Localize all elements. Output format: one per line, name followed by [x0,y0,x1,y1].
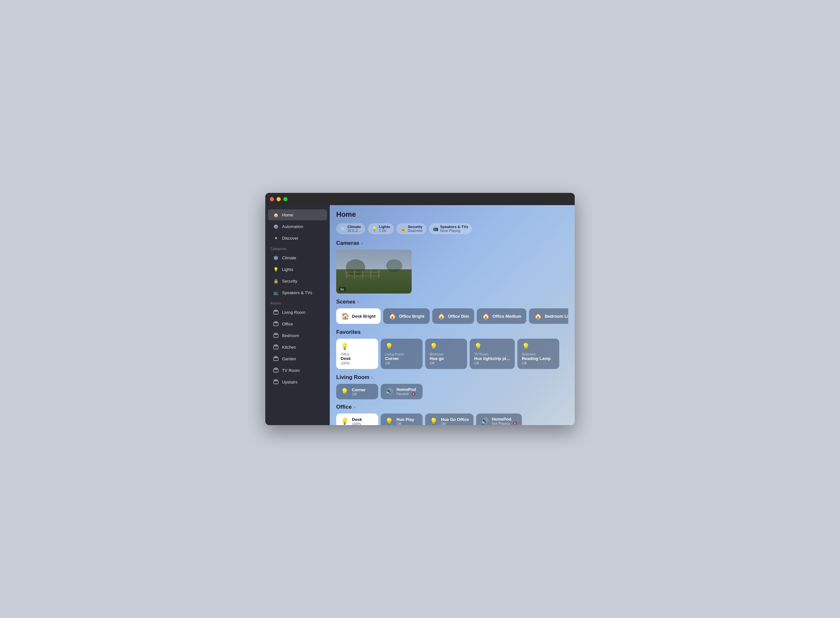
fav-living-corner-status: Off [385,361,418,365]
upstairs-icon [273,379,279,385]
sidebar-item-kitchen[interactable]: Kitchen [268,342,327,352]
living-room-arrow[interactable]: › [371,375,373,380]
climate-pill-title: Climate [347,225,361,229]
scene-desk-bright-label: Desk Bright [352,314,376,319]
status-pills: ❄️ Climate 16.0–2… 💡 Lights 1 On 🔒 [336,223,568,234]
climate-pill[interactable]: ❄️ Climate 16.0–2… [336,223,365,234]
sidebar-label-bedroom: Bedroom [282,333,299,338]
living-room-header: Living Room › [336,374,568,380]
lights-pill-sub: 1 On [379,229,390,233]
home-icon: 🏠 [273,212,279,218]
sidebar-item-garden[interactable]: Garden [268,353,327,364]
office-devices: 💡 Desk 100% 💡 Hue Play Off [336,413,568,425]
fav-bedroom-lamp[interactable]: 💡 Bedroom Reading Lamp Off [517,339,559,369]
sidebar-item-office[interactable]: Office [268,318,327,329]
cameras-title: Cameras [336,240,359,247]
scene-desk-bright[interactable]: 🏠 Desk Bright [336,308,381,324]
living-room-icon [273,309,279,315]
security-pill[interactable]: 🔒 Security Disarmed [397,223,426,234]
rooms-label: Rooms [265,299,330,306]
sidebar-item-bedroom[interactable]: Bedroom [268,330,327,341]
living-room-title: Living Room [336,374,369,380]
scene-office-medium[interactable]: 🏠 Office Medium [477,308,527,324]
favorites-section: Favorites 💡 Office Desk 100% 💡 Living Ro… [336,329,568,369]
security-pill-text: Security Disarmed [408,225,422,233]
speakers-pill-text: Speakers & TVs None Playing [440,225,468,233]
office-hue-go[interactable]: 💡 Hue Go Office Off [425,413,474,425]
fav-bedroom-hue-icon: 💡 [430,343,462,350]
main-content: Home ❄️ Climate 16.0–2… 💡 Lights 1 On [330,205,575,425]
scene-office-dim-label: Office Dim [448,314,469,319]
fav-tvroom-strip[interactable]: 💡 TV Room Hue lightstrip pl… Off [470,339,515,369]
office-hue-go-info: Hue Go Office Off [441,417,469,425]
sidebar-item-automation[interactable]: ⚙️ Automation [268,221,327,232]
speakers-pill[interactable]: 📺 Speakers & TVs None Playing [429,223,472,234]
cameras-arrow[interactable]: › [361,241,363,246]
office-desk-status: 100% [352,422,362,425]
office-hue-play-icon: 💡 [385,417,393,425]
fav-office-desk-room: Office [341,352,373,356]
fav-tvroom-strip-name: Hue lightstrip pl… [474,356,510,361]
office-hue-play[interactable]: 💡 Hue Play Off [381,413,422,425]
office-header: Office › [336,404,568,410]
svg-rect-13 [275,380,277,381]
office-hue-go-name: Hue Go Office [441,417,469,422]
minimize-button[interactable] [277,197,281,201]
scenes-arrow[interactable]: › [357,299,359,305]
office-homepod-info: HomePod Not Playing · 🔇 [492,417,517,425]
lr-homepod-icon: 🔊 [385,388,393,395]
sidebar-label-living-room: Living Room [282,310,305,315]
cameras-section: Cameras › [336,240,568,294]
maximize-button[interactable] [283,197,287,201]
sidebar-label-climate: Climate [282,256,296,260]
scene-office-dim[interactable]: 🏠 Office Dim [432,308,474,324]
sidebar-item-climate[interactable]: ❄️ Climate [268,252,327,263]
fav-living-corner-icon: 💡 [385,343,418,350]
office-homepod-name: HomePod [492,417,517,422]
lr-corner-status: Off [352,392,366,396]
camera-feed[interactable]: 6s [336,250,412,294]
sidebar-item-speakers[interactable]: 📺 Speakers & TVs [268,287,327,298]
living-room-section: Living Room › 💡 Corner Off 🔊 Hom [336,374,568,399]
sidebar-item-tv-room[interactable]: TV Room [268,365,327,376]
svg-point-15 [386,259,402,272]
close-button[interactable] [270,197,274,201]
security-pill-icon: 🔒 [400,226,406,231]
scene-bedroom-light[interactable]: 🏠 Bedroom Light [529,308,568,324]
fav-living-corner[interactable]: 💡 Living Room Corner Off [381,339,422,369]
window-content: 🏠 Home ⚙️ Automation ✦ Discover Categori… [265,205,575,425]
fav-tvroom-strip-icon: 💡 [474,343,510,350]
office-homepod[interactable]: 🔊 HomePod Not Playing · 🔇 [476,413,522,425]
scenes-title: Scenes [336,299,356,305]
sidebar-item-upstairs[interactable]: Upstairs [268,376,327,388]
sidebar: 🏠 Home ⚙️ Automation ✦ Discover Categori… [265,205,330,425]
sidebar-item-lights[interactable]: 💡 Lights [268,264,327,275]
sidebar-label-office: Office [282,322,293,327]
sidebar-item-living-room[interactable]: Living Room [268,307,327,318]
fav-bedroom-hue-name: Hue go [430,356,462,361]
office-hue-play-name: Hue Play [397,417,414,422]
fav-living-corner-room: Living Room [385,352,418,356]
page-title: Home [336,210,568,219]
climate-icon: ❄️ [273,255,279,261]
lr-homepod[interactable]: 🔊 HomePod Paused · 🔇 [381,384,422,399]
fav-bedroom-hue[interactable]: 💡 Bedroom Hue go Off [425,339,467,369]
sidebar-label-home: Home [282,212,293,217]
fav-bedroom-hue-room: Bedroom [430,352,462,356]
fav-tvroom-strip-status: Off [474,361,510,365]
kitchen-icon [273,344,279,350]
office-title: Office [336,404,352,410]
sidebar-item-discover[interactable]: ✦ Discover [268,233,327,244]
sidebar-label-kitchen: Kitchen [282,345,296,350]
sidebar-item-home[interactable]: 🏠 Home [268,209,327,220]
lr-corner[interactable]: 💡 Corner Off [336,384,378,399]
favorites-header: Favorites [336,329,568,336]
app-window: 🏠 Home ⚙️ Automation ✦ Discover Categori… [265,193,575,425]
sidebar-item-security[interactable]: 🔒 Security [268,275,327,287]
fav-office-desk[interactable]: 💡 Office Desk 100% [336,339,378,369]
scene-office-bright[interactable]: 🏠 Office Bright [383,308,430,324]
office-desk[interactable]: 💡 Desk 100% [336,413,378,425]
office-arrow[interactable]: › [354,404,355,410]
lights-pill[interactable]: 💡 Lights 1 On [368,223,394,234]
automation-icon: ⚙️ [273,224,279,229]
